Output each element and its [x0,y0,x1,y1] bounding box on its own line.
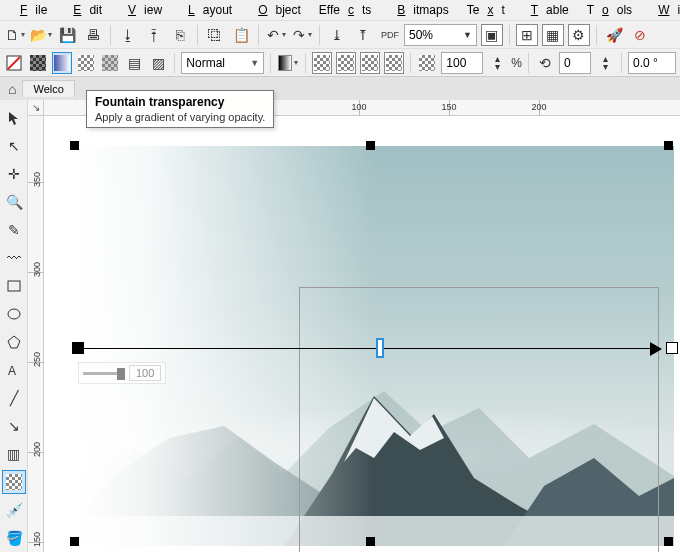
snap-button[interactable]: ⊞ [516,24,538,46]
node-opacity-input[interactable] [446,56,478,70]
stage[interactable]: 100 [44,116,680,552]
menu-table[interactable]: Table [515,1,577,19]
pdf-button[interactable]: PDF [378,24,400,46]
freehand-tool[interactable]: ✎ [2,218,26,242]
options-button[interactable]: ⚙ [568,24,590,46]
selection-handle[interactable] [70,141,79,150]
cloud-download-icon[interactable]: ⭳ [117,24,139,46]
canvas[interactable]: ↘ 50100150200 350300250200150 [28,100,680,552]
merge-mode-input[interactable] [186,56,246,70]
menu-effects[interactable]: Effects [311,1,379,19]
selection-handle[interactable] [366,141,375,150]
node-transparency-icon[interactable] [417,52,437,74]
home-icon[interactable]: ⌂ [4,81,20,97]
eyedropper-tool[interactable]: 💉 [2,498,26,522]
gradient-start-handle[interactable] [72,342,84,354]
linear-type-button[interactable] [312,52,332,74]
copy-button[interactable]: ⿻ [204,24,226,46]
tooltip: Fountain transparency Apply a gradient o… [86,90,274,128]
square-type-button[interactable] [384,52,404,74]
pick-tool[interactable] [2,106,26,130]
pattern-transparency-button[interactable] [76,52,96,74]
rotation-stepper[interactable]: ▴▾ [595,52,615,74]
open-button[interactable]: 📂 [30,24,52,46]
gradient-end-handle[interactable] [666,342,678,354]
grid-button[interactable]: ▦ [542,24,564,46]
dimension-tool[interactable]: ╱ [2,386,26,410]
menu-object[interactable]: Object [242,1,309,19]
fill-tool[interactable]: 🪣 [2,526,26,550]
rotation-box[interactable] [559,52,591,74]
tab-welcome[interactable]: Welco [22,80,74,97]
zoom-input[interactable] [409,28,459,42]
menu-edit[interactable]: Edit [57,1,110,19]
menu-layout[interactable]: Layout [172,1,240,19]
no-transparency-button[interactable] [4,52,24,74]
crop-tool[interactable]: ✛ [2,162,26,186]
transparency-tool[interactable] [2,470,26,494]
percent-label: % [511,56,522,70]
selection-handle[interactable] [70,537,79,546]
property-bar: ▤ ▨ ▼ ▴▾ % ⟲ ▴▾ [0,48,680,76]
save-button[interactable]: 💾 [56,24,78,46]
undo-button[interactable]: ↶ [265,24,287,46]
texture-transparency-button[interactable]: ▤ [124,52,144,74]
selection-handle[interactable] [366,537,375,546]
node-opacity-slider[interactable]: 100 [78,362,166,384]
tooltip-title: Fountain transparency [95,95,265,109]
rectangle-tool[interactable] [2,274,26,298]
menu-file[interactable]: File [4,1,55,19]
zoom-tool[interactable]: 🔍 [2,190,26,214]
node-opacity-box[interactable] [441,52,483,74]
menu-tools[interactable]: Tools [579,1,640,19]
gradient-midpoint-handle[interactable] [378,340,382,356]
import-button[interactable]: ⤓ [326,24,348,46]
menu-view[interactable]: View [112,1,170,19]
ellipse-tool[interactable] [2,302,26,326]
new-document-button[interactable]: 🗋 [4,24,26,46]
paste-button[interactable]: 📋 [230,24,252,46]
conical-type-button[interactable] [360,52,380,74]
polygon-tool[interactable] [2,330,26,354]
selection-handle[interactable] [664,141,673,150]
menu-text[interactable]: Text [459,1,513,19]
node-opacity-stepper[interactable]: ▴▾ [487,52,507,74]
two-color-transparency-button[interactable]: ▨ [148,52,168,74]
menu-bitmaps[interactable]: Bitmaps [381,1,456,19]
connector-tool[interactable]: ↘ [2,414,26,438]
cloud-upload-icon[interactable]: ⭱ [143,24,165,46]
workspace: ↖ ✛ 🔍 ✎ 〰 A ╱ ↘ ▥ 💉 🪣 ↘ 50100150200 3503… [0,100,680,552]
gradient-vector[interactable] [74,348,658,349]
launcher-button[interactable]: 🚀 [603,24,625,46]
gradient-arrowhead[interactable] [650,342,662,356]
toolbox: ↖ ✛ 🔍 ✎ 〰 A ╱ ↘ ▥ 💉 🪣 [0,100,28,552]
fullscreen-button[interactable]: ▣ [481,24,503,46]
artistic-media-tool[interactable]: 〰 [2,246,26,270]
merge-mode-combo[interactable]: ▼ [181,52,264,74]
print-button[interactable]: 🖶 [82,24,104,46]
rotation-icon[interactable]: ⟲ [535,52,555,74]
ruler-corner[interactable]: ↘ [28,100,44,116]
angle-input[interactable] [633,56,671,70]
shape-tool[interactable]: ↖ [2,134,26,158]
text-tool[interactable]: A [2,358,26,382]
fountain-transparency-button[interactable] [52,52,72,74]
zoom-combo[interactable]: ▼ [404,24,477,46]
radial-type-button[interactable] [336,52,356,74]
angle-box[interactable] [628,52,676,74]
export-button[interactable]: ⤒ [352,24,374,46]
close-red-icon[interactable]: ⊘ [629,24,651,46]
rotation-input[interactable] [564,56,586,70]
svg-rect-3 [8,281,20,291]
publish-button[interactable]: ⎘ [169,24,191,46]
slider-knob[interactable] [117,368,125,380]
effects-tool[interactable]: ▥ [2,442,26,466]
bitmap-transparency-button[interactable] [100,52,120,74]
menu-bar: File Edit View Layout Object Effects Bit… [0,0,680,20]
redo-button[interactable]: ↷ [291,24,313,46]
uniform-transparency-button[interactable] [28,52,48,74]
vertical-ruler[interactable]: 350300250200150 [28,116,44,552]
transparency-picker-button[interactable] [277,52,299,74]
menu-window[interactable]: Window [642,1,680,19]
selection-handle[interactable] [664,537,673,546]
